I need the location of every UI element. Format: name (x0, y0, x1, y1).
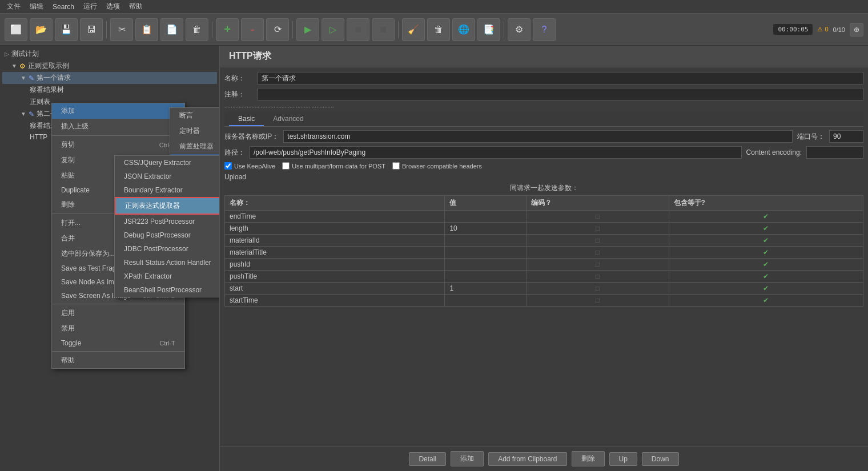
sub-beanshell[interactable]: BeanShell PostProcessor (115, 283, 220, 297)
delete-param-button[interactable]: 删除 (572, 451, 605, 466)
server-input[interactable] (283, 130, 793, 143)
toolbar-sep-5 (504, 21, 504, 38)
toolbar-sep-1 (106, 21, 107, 38)
toolbar-cut[interactable]: ✂ (110, 18, 133, 41)
toolbar-expand[interactable]: ⟳ (266, 18, 289, 41)
table-row[interactable]: materialId □ ✔ (225, 235, 863, 247)
toolbar-save[interactable]: 💾 (55, 18, 78, 41)
keepalive-label: Use KeepAlive (234, 163, 275, 170)
toolbar-remove[interactable]: - (241, 18, 264, 41)
ctx-add[interactable]: 添加 ▶ (52, 103, 184, 119)
add-sub-assertion[interactable]: 断言 (170, 108, 220, 123)
browser-compat-checkbox[interactable] (392, 162, 400, 170)
toolbar-sep-3 (292, 21, 293, 38)
table-row[interactable]: start 1 □ ✔ (225, 283, 863, 295)
port-input[interactable] (829, 130, 863, 143)
menu-run[interactable]: 运行 (79, 1, 102, 13)
toolbar-stop[interactable]: ⏺ (347, 18, 369, 41)
toolbar-save-as[interactable]: 🖫 (80, 18, 103, 41)
ctx-sep-3 (52, 304, 184, 304)
http-content: 名称： 注释： ································… (220, 67, 868, 446)
table-row[interactable]: materialTitle □ ✔ (225, 247, 863, 259)
sub-jdbc[interactable]: JDBC PostProcessor (115, 242, 220, 256)
keepalive-check[interactable]: Use KeepAlive (224, 162, 275, 170)
toolbar-status: 00:00:05 ⚠ 0 0/10 ⊕ (773, 23, 863, 37)
multipart-checkbox[interactable] (282, 162, 290, 170)
toolbar-start-no-pause[interactable]: ▷ (322, 18, 344, 41)
sub-json[interactable]: JSON Extractor (115, 170, 220, 183)
add-sub-pre-processor[interactable]: 前置处理器 (170, 139, 220, 154)
ctx-disable[interactable]: 禁用 (52, 321, 184, 336)
multipart-check[interactable]: Use multipart/form-data for POST (282, 162, 385, 170)
table-row[interactable]: startTime □ ✔ (225, 295, 863, 307)
menu-edit[interactable]: 编辑 (25, 1, 48, 13)
toolbar-stop-now[interactable]: ⏹ (372, 18, 395, 41)
sub-boundary[interactable]: Boundary Extractor (115, 183, 220, 197)
toolbar-new[interactable]: ⬜ (5, 18, 27, 41)
add-sub-timer[interactable]: 定时器 (170, 123, 220, 139)
ctx-insert-parent[interactable]: 插入上级 ▶ (52, 119, 184, 134)
toolbar-paste[interactable]: 📄 (160, 18, 183, 41)
down-button[interactable]: Down (642, 452, 679, 466)
sub-xpath[interactable]: XPath Extractor (115, 269, 220, 283)
add-param-button[interactable]: 添加 (451, 451, 484, 466)
up-button[interactable]: Up (609, 452, 637, 466)
encoding-input[interactable] (806, 146, 863, 159)
toolbar-functions[interactable]: ⚙ (508, 18, 531, 41)
toolbar-copy[interactable]: 📋 (135, 18, 158, 41)
post-processor-submenu-container: CSS/JQuery Extractor JSON Extractor Boun… (114, 155, 220, 297)
table-row[interactable]: endTime □ ✔ (225, 211, 863, 223)
add-clipboard-button[interactable]: Add from Clipboard (488, 452, 566, 466)
toolbar: ⬜ 📂 💾 🖫 ✂ 📋 📄 🗑 + - ⟳ ▶ ▷ ⏺ ⏹ 🧹 🗑 🌐 📑 ⚙ … (0, 14, 868, 46)
sub-result-status[interactable]: Result Status Action Handler (115, 256, 220, 269)
server-row: 服务器名称或IP： 端口号： (224, 130, 863, 143)
table-row[interactable]: pushId □ ✔ (225, 259, 863, 271)
table-row[interactable]: pushTitle □ ✔ (225, 271, 863, 283)
comment-input[interactable] (258, 88, 863, 100)
toolbar-delete[interactable]: 🗑 (186, 18, 208, 41)
menu-help[interactable]: 帮助 (124, 1, 147, 13)
send-params-label: 同请求一起发送参数： (224, 183, 863, 193)
menu-file[interactable]: 文件 (2, 1, 25, 13)
toolbar-browse[interactable]: 🌐 (452, 18, 475, 41)
ctx-help[interactable]: 帮助 (52, 353, 184, 368)
sub-debug[interactable]: Debug PostProcessor (115, 228, 220, 242)
table-row[interactable]: length 10 □ ✔ (225, 223, 863, 235)
toolbar-add[interactable]: + (216, 18, 239, 41)
tabs-bar: Basic Advanced (224, 112, 863, 127)
sub-css-jquery[interactable]: CSS/JQuery Extractor (115, 156, 220, 170)
toolbar-clear-all[interactable]: 🗑 (427, 18, 450, 41)
timer: 00:00:05 (773, 24, 813, 35)
ctx-enable[interactable]: 启用 (52, 305, 184, 321)
name-row: 名称： (224, 72, 863, 84)
toolbar-template[interactable]: 📑 (477, 18, 500, 41)
comment-label: 注释： (224, 90, 253, 99)
toolbar-open[interactable]: 📂 (30, 18, 53, 41)
name-label: 名称： (224, 74, 253, 83)
toolbar-help[interactable]: ? (533, 18, 556, 41)
tab-basic[interactable]: Basic (229, 112, 264, 126)
col-include: 包含等于? (669, 196, 863, 211)
name-input[interactable] (258, 72, 863, 84)
tab-advanced[interactable]: Advanced (264, 112, 312, 126)
menu-search[interactable]: Search (48, 2, 79, 12)
post-processor-submenu: CSS/JQuery Extractor JSON Extractor Boun… (114, 155, 220, 297)
browser-compat-check[interactable]: Browser-compatible headers (392, 162, 482, 170)
main-layout: ▷ 测试计划 ▼ ⚙ 正则提取示例 ▼ ✎ 第一个请求 察看结果树 正则表 ▼ … (0, 46, 868, 471)
path-input[interactable] (250, 146, 742, 159)
toolbar-start[interactable]: ▶ (296, 18, 319, 41)
bottom-buttons: Detail 添加 Add from Clipboard 删除 Up Down (220, 446, 868, 471)
sub-regex[interactable]: 正则表达式提取器 (115, 197, 220, 215)
upload-label: Upload (224, 173, 863, 181)
port-label: 端口号： (797, 132, 825, 142)
ctx-toggle[interactable]: Toggle Ctrl-T (52, 336, 184, 350)
ctx-cut[interactable]: 剪切 Ctrl-X (52, 137, 184, 152)
sub-jsr223[interactable]: JSR223 PostProcessor (115, 215, 220, 228)
toolbar-expand-all[interactable]: ⊕ (850, 23, 863, 37)
detail-button[interactable]: Detail (409, 452, 446, 466)
menu-options[interactable]: 选项 (102, 1, 124, 13)
params-table: 名称： 值 编码？ 包含等于? endTime □ ✔ length 10 □ … (224, 195, 863, 307)
path-label: 路径： (224, 148, 245, 158)
toolbar-clear[interactable]: 🧹 (402, 18, 425, 41)
keepalive-checkbox[interactable] (224, 162, 232, 170)
